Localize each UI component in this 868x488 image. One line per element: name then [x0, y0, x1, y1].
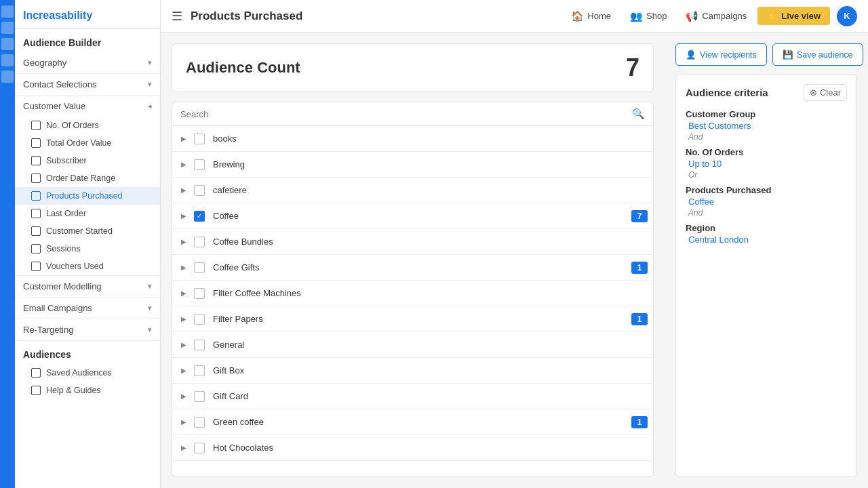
view-recipients-button[interactable]: 👤 View recipients — [675, 43, 767, 66]
criteria-section-label: Products Purchased — [686, 185, 847, 195]
product-row[interactable]: ▶Coffee Bundles — [172, 229, 653, 255]
icon-bar-item — [1, 70, 14, 83]
expand-button[interactable]: ▶ — [178, 339, 190, 351]
brand-logo: Increasability — [15, 0, 160, 29]
item-icon — [31, 191, 41, 201]
product-row[interactable]: ▶cafetiere — [172, 178, 653, 203]
search-icon: 🔍 — [632, 108, 645, 120]
product-row[interactable]: ▶Green coffee1 — [172, 409, 653, 435]
sidebar-item-order-date-range[interactable]: Order Date Range — [15, 169, 160, 187]
product-name: Filter Papers — [209, 314, 627, 324]
sidebar-item-sessions[interactable]: Sessions — [15, 240, 160, 258]
saved-audiences-label: Saved Audiences — [46, 368, 112, 378]
product-checkbox[interactable] — [194, 288, 205, 299]
view-recipients-label: View recipients — [700, 50, 757, 60]
product-checkbox[interactable] — [194, 417, 205, 428]
expand-button[interactable]: ▶ — [178, 287, 190, 300]
customer-modelling-label: Customer Modelling — [23, 281, 102, 291]
search-bar: 🔍 — [172, 102, 653, 126]
item-icon — [31, 226, 41, 236]
product-checkbox[interactable] — [194, 340, 205, 350]
user-avatar[interactable]: K — [837, 6, 857, 26]
product-row[interactable]: ▶Gift Card — [172, 384, 653, 409]
item-icon — [31, 174, 41, 183]
criteria-connector: And — [686, 208, 847, 218]
product-checkbox[interactable] — [194, 237, 205, 247]
product-checkbox[interactable] — [194, 185, 205, 196]
nav-home[interactable]: 🏠 Home — [563, 6, 619, 26]
product-row[interactable]: ▶Coffee7 — [172, 203, 653, 229]
help-guides-label: Help & Guides — [46, 386, 101, 395]
product-checkbox[interactable] — [194, 134, 205, 144]
expand-button[interactable]: ▶ — [178, 262, 190, 274]
expand-button[interactable]: ▶ — [178, 184, 190, 197]
expand-button[interactable]: ▶ — [178, 236, 190, 248]
sidebar-item-products-purchased[interactable]: Products Purchased — [15, 187, 160, 205]
criteria-section-label: Region — [686, 223, 847, 233]
sidebar-item-saved-audiences[interactable]: Saved Audiences — [15, 364, 160, 382]
criteria-section: No. Of OrdersUp to 10Or — [686, 147, 847, 180]
criteria-sections: Customer GroupBest CustomersAndNo. Of Or… — [686, 109, 847, 245]
sidebar-item-customer-value[interactable]: Customer Value ◂ — [15, 96, 160, 117]
center-panel: Audience Count 7 🔍 ▶books▶Brewing▶cafeti… — [161, 33, 665, 488]
nav-campaigns[interactable]: 📢 Campaigns — [677, 6, 755, 26]
expand-button[interactable]: ▶ — [178, 442, 190, 454]
expand-button[interactable]: ▶ — [178, 390, 190, 403]
nav-shop[interactable]: 👥 Shop — [622, 6, 675, 26]
main-area: ☰ Products Purchased 🏠 Home 👥 Shop 📢 Cam… — [161, 0, 868, 488]
expand-button[interactable]: ▶ — [178, 416, 190, 428]
product-count: 1 — [631, 313, 648, 325]
item-icon — [31, 156, 41, 165]
criteria-connector: And — [686, 132, 847, 142]
product-checkbox[interactable] — [194, 365, 205, 376]
sidebar-item-customer-modelling[interactable]: Customer Modelling ▾ — [15, 276, 160, 297]
expand-button[interactable]: ▶ — [178, 210, 190, 222]
sidebar-item-re-targeting[interactable]: Re-Targeting ▾ — [15, 319, 160, 340]
nav-links: 🏠 Home 👥 Shop 📢 Campaigns ⚡ Live view K — [563, 6, 857, 26]
audience-count-value: 7 — [626, 54, 639, 82]
sidebar-item-contact-selections[interactable]: Contact Selections ▾ — [15, 74, 160, 95]
clear-button[interactable]: ⊗ Clear — [804, 84, 847, 101]
view-recipients-icon: 👤 — [686, 49, 696, 60]
expand-button[interactable]: ▶ — [178, 133, 190, 145]
sidebar-item-email-campaigns[interactable]: Email Campaigns ▾ — [15, 298, 160, 319]
vouchers-used-label: Vouchers Used — [46, 262, 104, 271]
expand-button[interactable]: ▶ — [178, 365, 190, 377]
product-row[interactable]: ▶Filter Papers1 — [172, 306, 653, 332]
product-row[interactable]: ▶Brewing — [172, 152, 653, 178]
product-row[interactable]: ▶Gift Box — [172, 358, 653, 384]
product-row[interactable]: ▶Coffee Gifts1 — [172, 255, 653, 281]
product-row[interactable]: ▶General — [172, 332, 653, 358]
save-audience-button[interactable]: 💾 Save audience — [772, 43, 863, 66]
sidebar-item-customer-started[interactable]: Customer Started — [15, 222, 160, 240]
sidebar-item-subscriber[interactable]: Subscriber — [15, 152, 160, 169]
product-row[interactable]: ▶Filter Coffee Machines — [172, 281, 653, 306]
total-order-value-label: Total Order Value — [46, 138, 111, 148]
hamburger-menu[interactable]: ☰ — [172, 9, 182, 24]
product-checkbox[interactable] — [194, 443, 205, 453]
customer-started-label: Customer Started — [46, 226, 113, 236]
item-icon — [31, 368, 41, 378]
sidebar-item-no-of-orders[interactable]: No. Of Orders — [15, 117, 160, 134]
expand-button[interactable]: ▶ — [178, 159, 190, 171]
expand-button[interactable]: ▶ — [178, 313, 190, 325]
product-checkbox[interactable] — [194, 262, 205, 273]
product-checkbox[interactable] — [194, 391, 205, 402]
sidebar-item-last-order[interactable]: Last Order — [15, 205, 160, 222]
sidebar-item-help-guides[interactable]: Help & Guides — [15, 382, 160, 399]
live-view-button[interactable]: ⚡ Live view — [757, 7, 830, 25]
product-checkbox[interactable] — [194, 211, 205, 222]
action-buttons: 👤 View recipients 💾 Save audience — [675, 43, 857, 66]
sidebar-section-title: Audience Builder — [15, 29, 160, 52]
product-checkbox[interactable] — [194, 159, 205, 170]
campaigns-label: Campaigns — [702, 11, 747, 21]
audiences-section-title: Audiences — [15, 341, 160, 364]
sidebar-item-total-order-value[interactable]: Total Order Value — [15, 134, 160, 152]
product-checkbox[interactable] — [194, 314, 205, 325]
product-count: 1 — [631, 416, 648, 428]
product-row[interactable]: ▶books — [172, 126, 653, 152]
sidebar-item-geography[interactable]: Geography ▾ — [15, 52, 160, 73]
sidebar-item-vouchers-used[interactable]: Vouchers Used — [15, 258, 160, 275]
product-row[interactable]: ▶Hot Chocolates — [172, 435, 653, 461]
search-input[interactable] — [180, 109, 627, 119]
